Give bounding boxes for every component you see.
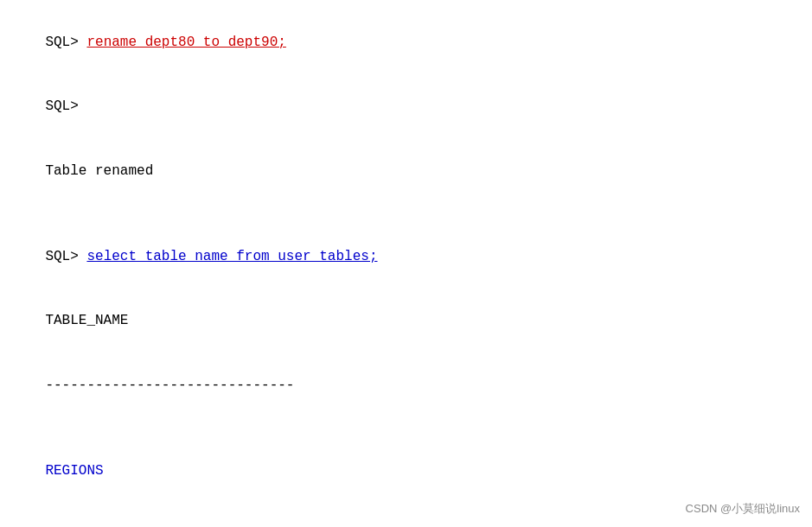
empty-line-1 bbox=[12, 203, 800, 225]
prompt-line-2: SQL> bbox=[12, 74, 800, 138]
column-header: TABLE_NAME bbox=[12, 289, 800, 352]
command-1: rename dept80 to dept90; bbox=[86, 35, 285, 50]
row-locations: LOCATIONS bbox=[12, 503, 800, 527]
prompt-3: SQL> bbox=[45, 249, 86, 264]
prompt-2: SQL> bbox=[45, 98, 78, 114]
row-regions: REGIONS bbox=[12, 439, 800, 503]
command-line-1: SQL> rename dept80 to dept90; bbox=[12, 10, 800, 74]
regions-text: REGIONS bbox=[45, 463, 103, 479]
separator-text: ------------------------------ bbox=[45, 378, 294, 393]
command-2: select table_name from user_tables; bbox=[86, 249, 377, 264]
watermark: CSDN @小莫细说linux bbox=[686, 501, 800, 517]
separator-line: ------------------------------ bbox=[12, 353, 800, 417]
prompt-1: SQL> bbox=[45, 35, 86, 50]
column-header-text: TABLE_NAME bbox=[45, 313, 128, 328]
command-line-2: SQL> select table_name from user_tables; bbox=[12, 225, 800, 289]
output-table-renamed: Table renamed bbox=[12, 139, 800, 203]
terminal-window: SQL> rename dept80 to dept90; SQL> Table… bbox=[0, 0, 812, 527]
table-renamed-text: Table renamed bbox=[45, 163, 153, 179]
empty-line-2 bbox=[12, 417, 800, 439]
watermark-text: CSDN @小莫细说linux bbox=[686, 502, 800, 515]
